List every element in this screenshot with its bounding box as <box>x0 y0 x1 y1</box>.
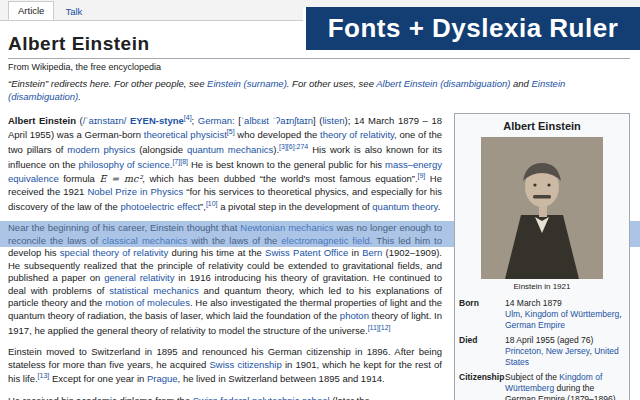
text-run: formula <box>59 174 100 185</box>
infobox-row: Born14 March 1879Ulm, Kingdom of Württem… <box>459 296 625 333</box>
wiki-link[interactable]: /ˈaɪnstaɪn/ <box>83 115 127 126</box>
formula-emc2: E = mc² <box>99 174 142 185</box>
infobox-row-value: 14 March 1879Ulm, Kingdom of Württemberg… <box>505 298 625 331</box>
text-run: (later the <box>330 395 370 400</box>
infobox-rows: Born14 March 1879Ulm, Kingdom of Württem… <box>459 296 625 400</box>
text-run: 14 March 1879 <box>505 298 562 308</box>
wiki-link[interactable]: Swiss Patent Office <box>265 247 348 258</box>
text-run: 18 April 1955 (aged 76) <box>505 335 593 345</box>
wiki-link[interactable]: Bern <box>362 247 382 258</box>
einstein-photo[interactable] <box>481 137 603 279</box>
wiki-link[interactable]: Ulm <box>505 309 520 319</box>
wiki-link[interactable]: theory of relativity <box>320 129 394 140</box>
wiki-link[interactable]: special theory of relativity <box>60 247 168 258</box>
wiki-link[interactable]: quantum mechanics <box>187 144 273 155</box>
text-run: . <box>438 201 441 212</box>
text-run: , which has been dubbed “the world's mos… <box>142 174 417 185</box>
hatnote: “Einstein” redirects here. For other peo… <box>8 78 630 104</box>
text-run: . For other uses, see <box>287 78 376 89</box>
wiki-link[interactable]: German: <box>198 115 235 126</box>
wiki-link[interactable]: philosophy of science <box>78 159 169 170</box>
reference-link[interactable]: [5] <box>227 128 235 135</box>
infobox-caption: Einstein in 1921 <box>459 279 625 296</box>
reference-link[interactable]: [11][12] <box>368 324 391 331</box>
infobox-row-value: 18 April 1955 (aged 76)Princeton, New Je… <box>505 335 625 368</box>
tab-talk[interactable]: Talk <box>56 3 91 20</box>
text-run: (alongside <box>135 144 187 155</box>
wiki-link[interactable]: general relativity <box>104 272 174 283</box>
wiki-link[interactable]: Einstein (surname) <box>207 78 287 89</box>
wiki-link[interactable]: Prague <box>147 373 178 384</box>
wiki-link[interactable]: modern physics <box>67 144 135 155</box>
reference-link[interactable]: [7][8] <box>172 158 188 165</box>
wiki-link[interactable]: Swiss federal polytechnic school <box>193 395 330 400</box>
text-run: , he lived in Switzerland between 1895 a… <box>178 373 385 384</box>
wiki-link[interactable]: listen <box>322 115 344 126</box>
extension-banner: Fonts + Dyslexia Ruler <box>303 7 640 53</box>
wiki-link[interactable]: motion of molecules <box>105 297 190 308</box>
text-run: Subject of the <box>505 372 559 382</box>
infobox-row: Died18 April 1955 (aged 76)Princeton, Ne… <box>459 333 625 370</box>
infobox-row-label: Born <box>459 298 505 331</box>
wiki-link[interactable]: statistical mechanics <box>109 285 198 296</box>
text-run: and <box>510 78 531 89</box>
infobox-row-value: Subject of the Kingdom of Württemberg du… <box>505 372 625 400</box>
wiki-link[interactable]: theoretical physicist <box>144 129 227 140</box>
infobox-row: CitizenshipSubject of the Kingdom of Wür… <box>459 370 625 400</box>
tab-article[interactable]: Article <box>8 1 54 20</box>
wiki-link[interactable]: Kingdom of Württemberg <box>525 309 619 319</box>
text-run: Albert Einstein <box>8 115 76 126</box>
infobox-title: Albert Einstein <box>459 117 625 137</box>
reference-link[interactable]: [4] <box>184 114 192 121</box>
extension-banner-label: Fonts + Dyslexia Ruler <box>328 13 619 44</box>
wiki-link[interactable]: Princeton, New Jersey <box>505 346 589 356</box>
wiki-link[interactable]: ˈalbɛʁt ˈʔaɪnʃtaɪn <box>241 115 313 126</box>
wiki-link[interactable]: German Empire <box>505 320 565 330</box>
text-run: ] ( <box>313 115 322 126</box>
wiki-link[interactable]: Newtonian mechanics <box>240 222 333 233</box>
infobox-row-label: Died <box>459 335 505 368</box>
infobox-row-label: Citizenship <box>459 372 505 400</box>
site-tagline: From Wikipedia, the free encyclopedia <box>8 62 630 72</box>
text-run: . <box>78 91 81 102</box>
text-run: He received his academic diploma from th… <box>8 395 193 400</box>
text-run: a pivotal step in the development of <box>218 201 373 212</box>
text-run: , <box>619 309 621 319</box>
wiki-link[interactable]: Albert Einstein (disambiguation) <box>376 78 510 89</box>
wiki-link[interactable]: photoelectric effect <box>120 201 200 212</box>
wiki-link[interactable]: quantum theory <box>372 201 437 212</box>
text-run: Except for one year in <box>49 373 147 384</box>
reference-link[interactable]: [13] <box>38 372 50 379</box>
infobox: Albert Einstein Einstein in 1921 Born14 … <box>454 113 630 400</box>
wiki-link[interactable]: photon <box>340 310 369 321</box>
text-run: He is best known to the general public f… <box>188 159 385 170</box>
text-run: who developed the <box>235 129 321 140</box>
reference-link[interactable]: [10] <box>206 200 218 207</box>
wiki-link[interactable]: EYEN-styne <box>130 115 184 126</box>
text-run: Near the beginning of his career, Einste… <box>8 222 240 233</box>
text-run: with the laws of the <box>187 235 281 246</box>
page-title: Albert Einstein <box>8 33 150 54</box>
reference-link[interactable]: [3][6]:274 <box>279 143 308 150</box>
text-run: during his time at the <box>168 247 265 258</box>
text-run: ( <box>76 115 83 126</box>
page-content: + Albert Einstein From Wikipedia, the fr… <box>0 21 640 400</box>
wiki-link[interactable]: classical mechanics <box>102 235 187 246</box>
text-run: in <box>348 247 362 258</box>
wiki-link[interactable]: electromagnetic field <box>281 235 369 246</box>
wiki-link[interactable]: Nobel Prize in Physics <box>87 186 183 197</box>
wiki-link[interactable]: Swiss citizenship <box>209 359 281 370</box>
text-run: “Einstein” redirects here. For other peo… <box>8 78 207 89</box>
